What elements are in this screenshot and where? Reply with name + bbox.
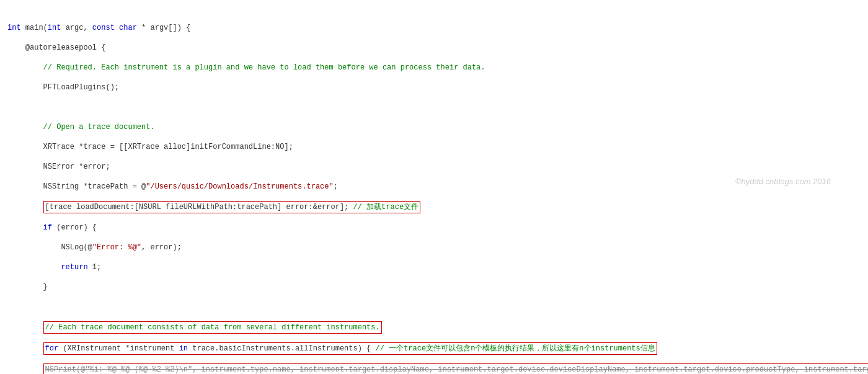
code-line: } [0,282,868,293]
code-line: NSError *error; [0,161,868,172]
code-line [0,102,868,113]
code-line: // Required. Each instrument is a plugin… [0,62,868,73]
code-viewer: int main(int argc, const char * argv[]) … [0,0,868,374]
code-line: @autoreleasepool { [0,42,868,53]
code-line: return 1; [0,262,868,273]
code-line: PFTLoadPlugins(); [0,82,868,93]
code-line: NSLog(@"Error: %@", error); [0,242,868,253]
code-line-strikethrough: NSPrint(@"%i: %@ %@ (%@ %2 %2)\n", instr… [0,363,868,374]
code-line-highlighted2: // Each trace document consists of data … [0,321,868,334]
code-line: int main(int argc, const char * argv[]) … [0,22,868,33]
code-line [0,301,868,313]
code-line-highlighted2b: for (XRInstrument *instrument in trace.b… [0,342,868,355]
code-line: if (error) { [0,222,868,233]
code-line: XRTrace *trace = [[XRTrace alloc]initFor… [0,141,868,153]
watermark: ©hyddd.cnblogs.com 2016 [735,177,831,186]
code-line: // Open a trace document. [0,122,868,133]
code-line-highlighted1: [trace loadDocument:[NSURL fileURLWithPa… [0,201,868,213]
